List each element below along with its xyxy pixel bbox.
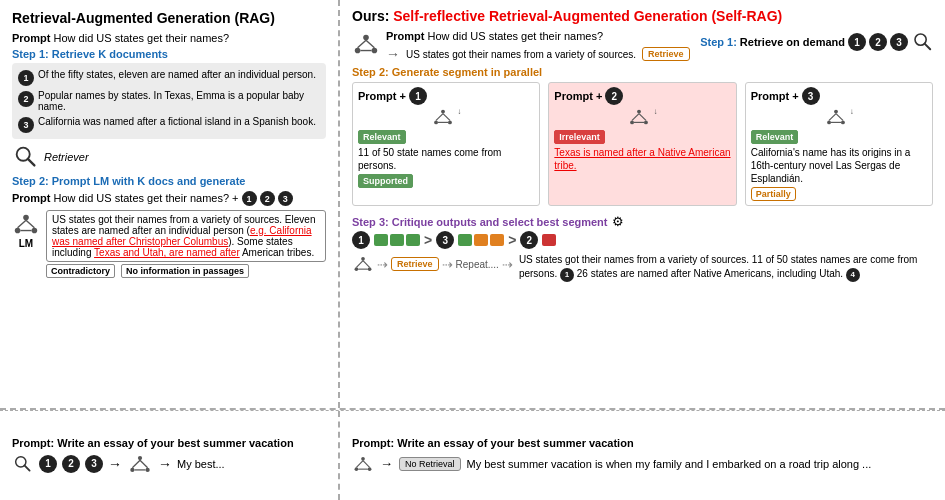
step2-col2: Prompt + 2 ↓ [548, 82, 736, 206]
svg-point-23 [631, 120, 635, 124]
no-info-tag: No information in passages [121, 264, 249, 278]
bottom-badge-3: 3 [85, 455, 103, 473]
col1-text: 11 of 50 state names come from persons. [358, 146, 534, 172]
col1-tag2-row: Supported [358, 174, 534, 188]
score-badge-3: 3 [436, 231, 454, 249]
step3-actions: ⇢ Retrieve ⇢ Repeat.... ⇢ [352, 253, 513, 275]
dashed-arrow-2: ⇢ [442, 257, 453, 272]
svg-point-34 [361, 257, 365, 261]
col3-tags: Relevant [751, 130, 927, 144]
right-step2-label: Step 2: Generate segment in parallel [352, 66, 933, 78]
bottom-search-icon [12, 453, 34, 475]
svg-point-9 [355, 48, 361, 54]
num-badge-3: 3 [278, 191, 293, 206]
col1-header: Prompt + 1 [358, 87, 534, 105]
score-bar-1b [390, 234, 404, 246]
lm-network-icon [12, 210, 40, 238]
relevant-tag-3: Relevant [751, 130, 799, 144]
doc-text-1: Of the fifty states, eleven are named af… [38, 69, 316, 80]
settings-icon: ⚙ [612, 214, 624, 229]
score-group-2 [542, 234, 556, 246]
svg-point-28 [834, 110, 838, 114]
lm-label: LM [19, 238, 33, 249]
step3-network-icon [352, 253, 374, 275]
main-container: Retrieval-Augmented Generation (RAG) Pro… [0, 0, 945, 500]
contradictory-tag: Contradictory [46, 264, 115, 278]
score-bar-2a [542, 234, 556, 246]
doc-num-1: 1 [18, 70, 34, 86]
svg-point-29 [827, 120, 831, 124]
left-step1-label: Step 1: Retrieve K documents [12, 48, 326, 60]
col1-icon: ↓ [358, 107, 534, 127]
search-icon-right [911, 30, 935, 54]
score-bar-3b [474, 234, 488, 246]
left-step2-label: Step 2: Prompt LM with K docs and genera… [12, 175, 326, 187]
svg-point-43 [130, 467, 134, 471]
svg-point-10 [372, 48, 378, 54]
arrow-right-1: → [386, 46, 400, 62]
svg-point-30 [841, 120, 845, 124]
lm-area: LM US states got their names from a vari… [12, 210, 326, 278]
final-badge-4: 4 [846, 268, 860, 282]
search-icon [12, 143, 40, 171]
step-indicators: Step 1: Retrieve on demand 1 2 3 [700, 30, 935, 54]
prompt2-question: How did US states get their names? + [54, 192, 239, 204]
bottom-badge-1: 1 [39, 455, 57, 473]
svg-point-2 [23, 215, 29, 221]
score-bar-1c [406, 234, 420, 246]
relevant-tag-1: Relevant [358, 130, 406, 144]
no-retrieval-button[interactable]: No Retrieval [399, 457, 461, 471]
num-badge-2: 2 [260, 191, 275, 206]
underline-columbus: e.g. California was named after Christop… [52, 225, 312, 247]
rag-title: Retrieval-Augmented Generation (RAG) [12, 10, 326, 26]
step3-area: Step 3: Critique outputs and select best… [352, 212, 933, 282]
bottom-left: Prompt: Write an essay of your best summ… [0, 411, 340, 500]
num-badge-1: 1 [242, 191, 257, 206]
underline-texas: Texas and Utah, are named after [94, 247, 240, 258]
bottom-right-network-icon [352, 453, 374, 475]
prompt-label: Prompt [12, 32, 51, 44]
col2-header: Prompt + 2 [554, 87, 730, 105]
doc-num-3: 3 [18, 117, 34, 133]
doc-text-2: Popular names by states. In Texas, Emma … [38, 90, 320, 112]
svg-line-46 [140, 460, 148, 468]
dashed-arrow: ⇢ [377, 257, 388, 272]
bottom-left-output: My best... [177, 458, 225, 470]
gt-2: > [508, 232, 516, 248]
svg-line-31 [829, 114, 836, 121]
svg-point-8 [363, 35, 369, 41]
col1-tags: Relevant [358, 130, 534, 144]
col1-badge: 1 [409, 87, 427, 105]
step-indicator-row: Step 1: Retrieve on demand 1 2 3 [700, 30, 935, 54]
svg-point-42 [138, 455, 142, 459]
col3-icon: ↓ [751, 107, 927, 127]
svg-point-22 [638, 110, 642, 114]
step3-title-row: Step 3: Critique outputs and select best… [352, 212, 933, 231]
right-panel: Ours: Self-reflective Retrieval-Augmente… [340, 0, 945, 408]
title-prefix: Ours: [352, 8, 389, 24]
svg-line-19 [436, 114, 443, 121]
bottom-right-arrow: → [380, 456, 393, 471]
supported-tag: Supported [358, 174, 413, 188]
repeat-text: Repeat.... [456, 259, 499, 270]
svg-line-5 [18, 220, 26, 227]
svg-line-12 [366, 40, 374, 47]
svg-point-17 [434, 120, 438, 124]
step1-indicator-label: Step 1: [700, 36, 737, 48]
svg-point-4 [32, 228, 38, 234]
col2-tags: Irrelevant [554, 130, 730, 144]
svg-line-45 [132, 460, 140, 468]
doc-item-2: 2 Popular names by states. In Texas, Emm… [18, 88, 320, 114]
svg-point-44 [146, 467, 150, 471]
indicator-3: 3 [890, 33, 908, 51]
svg-point-50 [368, 467, 372, 471]
col2-icon: ↓ [554, 107, 730, 127]
gt-1: > [424, 232, 432, 248]
retrieve-button-2[interactable]: Retrieve [391, 257, 439, 271]
retrieve-button-1[interactable]: Retrieve [642, 47, 690, 61]
left-prompt2: Prompt How did US states get their names… [12, 190, 326, 206]
lm-output-text: US states got their names from a variety… [52, 214, 315, 258]
irrelevant-tag: Irrelevant [554, 130, 605, 144]
bottom-left-prompt: Prompt: Write an essay of your best summ… [12, 437, 294, 449]
step1-network-icon [352, 30, 380, 58]
